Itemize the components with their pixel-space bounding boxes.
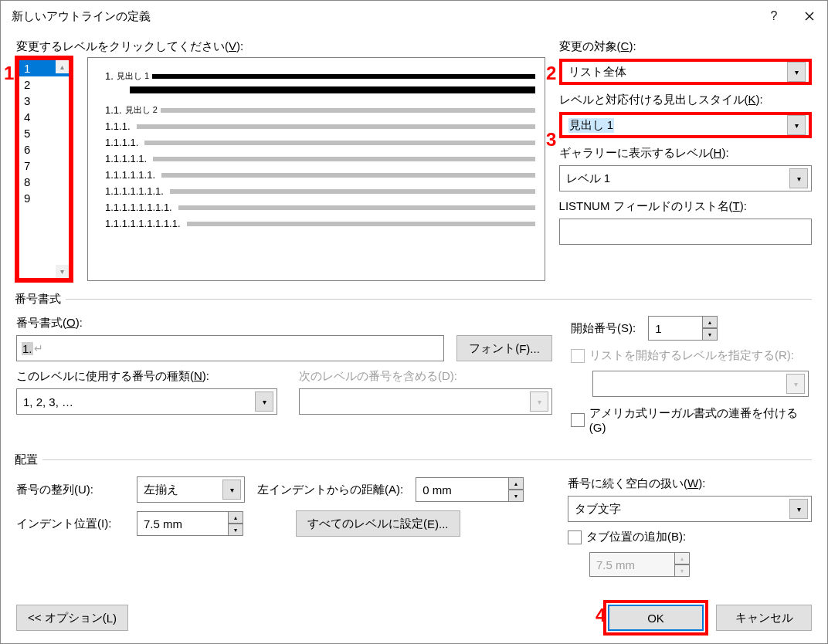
annotation-4: 4 [596, 605, 606, 626]
start-at-label: 開始番号(S): [571, 321, 636, 336]
chevron-down-icon: ▾ [787, 115, 806, 135]
level-list[interactable]: ▴ 1 2 3 4 5 6 7 8 9 ▾ [16, 57, 72, 281]
aligned-at-spin[interactable]: 0 mm ▴▾ [416, 477, 524, 502]
close-icon [805, 12, 814, 21]
level-item-4[interactable]: 4 [19, 109, 69, 125]
level-click-label: 変更するレベルをクリックしてください(V): [16, 39, 545, 54]
listnum-input[interactable] [559, 219, 812, 245]
number-format-legend: 番号書式 [15, 292, 66, 307]
level-item-7[interactable]: 7 [19, 158, 69, 174]
legal-checkbox-row[interactable]: アメリカ式リーガル書式の連番を付ける(G) [571, 406, 812, 434]
spin-up-icon[interactable]: ▴ [508, 477, 524, 490]
number-style-select[interactable]: 1, 2, 3, … ▾ [16, 388, 277, 415]
spin-down-icon: ▾ [674, 564, 690, 577]
spin-up-icon[interactable]: ▴ [702, 316, 718, 328]
annotation-3: 3 [546, 129, 556, 151]
gallery-select[interactable]: レベル 1 ▾ [559, 165, 812, 192]
number-format-input[interactable]: 1.↵ [16, 335, 444, 361]
number-style-label: このレベルに使用する番号の種類(N): [16, 369, 277, 384]
aligned-at-label: 左インデントからの距離(A): [257, 483, 403, 497]
options-button[interactable]: << オプション(L) [16, 605, 128, 631]
listnum-label: LISTNUM フィールドのリスト名(T): [559, 199, 812, 214]
spin-down-icon[interactable]: ▾ [508, 490, 524, 502]
help-button[interactable]: ? [756, 1, 792, 32]
set-all-button[interactable]: すべてのレベルに設定(E)... [296, 510, 460, 537]
close-button[interactable] [792, 1, 827, 32]
align-select[interactable]: 左揃え ▾ [137, 476, 245, 503]
level-item-8[interactable]: 8 [19, 174, 69, 190]
position-group: 配置 番号の整列(U): 左揃え ▾ 左インデントからの距離(A): [16, 452, 812, 577]
link-style-label: レベルと対応付ける見出しスタイル(K): [559, 93, 812, 107]
chevron-down-icon: ▾ [222, 480, 241, 500]
follow-label: 番号に続く空白の扱い(W): [568, 476, 812, 491]
apply-to-select[interactable]: リスト全体 ▾ [559, 59, 812, 85]
annotation-2: 2 [546, 63, 556, 84]
level-item-9[interactable]: 9 [19, 190, 69, 206]
spin-down-icon[interactable]: ▾ [228, 524, 243, 536]
restart-checkbox-row: リストを開始するレベルを指定する(R): [571, 348, 812, 363]
level-item-2[interactable]: 2 [19, 76, 69, 93]
dialog-window: 1 2 3 4 新しいアウトラインの定義 ? 変更するレベルをクリックしてくださ… [0, 0, 828, 644]
restart-select: ▾ [592, 371, 809, 397]
number-format-label: 番号書式(O): [16, 316, 552, 330]
outline-preview: 1.見出し 1 1.1.見出し 2 1.1.1. 1.1.1.1. 1.1.1.… [87, 57, 545, 281]
ok-highlight [603, 600, 708, 636]
spin-down-icon[interactable]: ▾ [702, 328, 718, 341]
level-item-5[interactable]: 5 [19, 125, 69, 141]
indent-spin[interactable]: 7.5 mm ▴▾ [137, 511, 243, 536]
annotation-1: 1 [4, 63, 14, 84]
chevron-down-icon: ▾ [530, 391, 548, 412]
chevron-down-icon: ▾ [786, 374, 805, 394]
spin-up-icon: ▴ [674, 552, 690, 564]
scroll-up-icon[interactable]: ▴ [56, 60, 69, 73]
window-title: 新しいアウトラインの定義 [12, 9, 756, 24]
apply-to-label: 変更の対象(C): [559, 39, 812, 54]
level-item-3[interactable]: 3 [19, 93, 69, 109]
font-button[interactable]: フォント(F)... [456, 335, 552, 361]
spin-up-icon[interactable]: ▴ [228, 511, 243, 524]
tab-spin: 7.5 mm ▴▾ [589, 552, 690, 577]
chevron-down-icon: ▾ [789, 499, 808, 519]
follow-select[interactable]: タブ文字 ▾ [568, 496, 812, 522]
position-legend: 配置 [15, 452, 42, 467]
number-format-group: 番号書式 番号書式(O): 1.↵ フォント(F)... [16, 292, 812, 442]
chevron-down-icon: ▾ [255, 391, 273, 412]
chevron-down-icon: ▾ [789, 168, 808, 188]
titlebar: 新しいアウトラインの定義 ? [1, 1, 827, 32]
gallery-label: ギャラリーに表示するレベル(H): [559, 146, 812, 161]
include-prev-label: 次のレベルの番号を含める(D): [299, 369, 552, 384]
level-item-6[interactable]: 6 [19, 141, 69, 158]
chevron-down-icon: ▾ [787, 62, 806, 82]
align-label: 番号の整列(U): [16, 483, 124, 497]
link-style-select[interactable]: 見出し 1 ▾ [559, 112, 812, 138]
start-at-spin[interactable]: 1 ▴▾ [648, 316, 718, 341]
include-prev-select: ▾ [299, 388, 552, 415]
cancel-button[interactable]: キャンセル [716, 605, 812, 631]
tab-checkbox-row[interactable]: タブ位置の追加(B): [568, 530, 812, 544]
tab-checkbox[interactable] [568, 530, 582, 544]
restart-checkbox [571, 349, 585, 363]
legal-checkbox[interactable] [571, 413, 585, 427]
scroll-down-icon[interactable]: ▾ [56, 265, 69, 278]
indent-label: インデント位置(I): [16, 517, 124, 531]
